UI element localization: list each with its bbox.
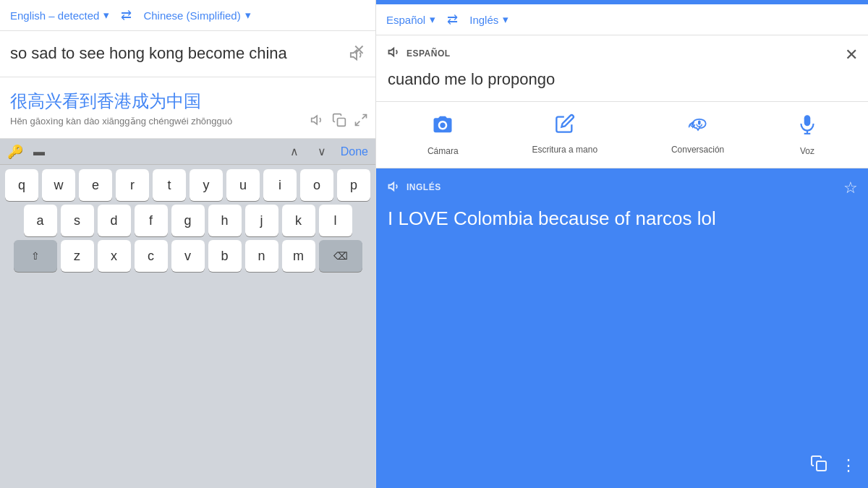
keyboard-toolbar: 🔑 ▬ ∧ ∨ Done (0, 139, 375, 165)
swap-languages-button[interactable]: ⇄ (121, 7, 132, 23)
keyboard-area: 🔑 ▬ ∧ ∨ Done q w e r t y u i o p a (0, 139, 375, 488)
key-g[interactable]: g (171, 205, 205, 236)
fullscreen-translation-button[interactable] (354, 113, 368, 131)
key-b[interactable]: b (208, 240, 242, 272)
source-section-label: ESPAÑOL (388, 46, 856, 61)
input-area: so sad to see hong kong become china ✕ (0, 31, 375, 77)
source-language-label: English – detected (10, 9, 99, 22)
target-lang-arrow: ▾ (245, 9, 251, 22)
done-button[interactable]: Done (341, 145, 368, 158)
key-n[interactable]: n (245, 240, 278, 272)
svg-marker-5 (389, 48, 394, 56)
key-u[interactable]: u (226, 169, 260, 201)
key-w[interactable]: w (42, 169, 75, 201)
voice-input[interactable]: Voz (798, 114, 817, 156)
key-m[interactable]: m (282, 240, 315, 272)
key-h[interactable]: h (208, 205, 242, 236)
result-lang-text: INGLÉS (407, 182, 441, 192)
svg-rect-14 (817, 461, 826, 471)
result-speaker-icon[interactable] (388, 180, 401, 195)
key-o[interactable]: o (300, 169, 333, 201)
key-shift[interactable]: ⇧ (14, 240, 57, 272)
input-text[interactable]: so sad to see hong kong become china (10, 43, 365, 65)
right-target-language-label: Inglés (469, 14, 498, 26)
right-header: Español ▾ ⇄ Inglés ▾ (376, 4, 868, 35)
key-l[interactable]: l (319, 205, 352, 236)
source-lang-arrow: ▾ (103, 9, 109, 22)
conversation-label: Conversación (671, 145, 724, 155)
right-source-language-button[interactable]: Español ▾ (386, 13, 435, 26)
conversation-input[interactable]: Conversación (671, 114, 724, 155)
speaker-translation-button[interactable] (310, 113, 325, 131)
handwriting-input[interactable]: Escritura a mano (532, 114, 597, 155)
source-lang-text: ESPAÑOL (407, 48, 451, 59)
right-source-language-label: Español (386, 14, 425, 26)
result-lang-label: INGLÉS (388, 180, 856, 195)
key-backspace[interactable]: ⌫ (319, 240, 362, 272)
translation-area: 很高兴看到香港成为中国 Hěn gāoxìng kàn dào xiānggǎn… (0, 77, 375, 140)
card-icon: ▬ (33, 145, 45, 158)
keyboard-row-2: a s d f g h j k l (3, 205, 373, 236)
key-a[interactable]: a (24, 205, 57, 236)
source-language-button[interactable]: English – detected ▾ (10, 9, 109, 22)
key-x[interactable]: x (98, 240, 131, 272)
left-panel: English – detected ▾ ⇄ Chinese (Simplifi… (0, 0, 376, 488)
svg-marker-0 (351, 50, 357, 59)
key-f[interactable]: f (135, 205, 168, 236)
voice-label: Voz (800, 146, 814, 156)
key-s[interactable]: s (61, 205, 94, 236)
conversation-icon (686, 114, 710, 139)
right-target-language-button[interactable]: Inglés ▾ (469, 13, 509, 26)
key-t[interactable]: t (153, 169, 186, 201)
right-result-section: INGLÉS I LOVE Colombia because of narcos… (376, 168, 868, 488)
keyboard-row-1: q w e r t y u i o p (3, 169, 373, 201)
keyboard-rows: q w e r t y u i o p a s d f g h j k (0, 165, 375, 275)
speaker-input-button[interactable] (349, 47, 365, 67)
key-r[interactable]: r (116, 169, 149, 201)
close-source-button[interactable]: ✕ (845, 46, 858, 64)
camera-label: Cámara (427, 146, 459, 156)
translation-actions (310, 113, 368, 131)
star-button[interactable]: ☆ (843, 179, 858, 197)
key-q[interactable]: q (5, 169, 38, 201)
key-p[interactable]: p (337, 169, 370, 201)
keyboard-row-3: ⇧ z x c v b n m ⌫ (3, 240, 373, 272)
key-icon: 🔑 (7, 144, 23, 160)
nav-up-button[interactable]: ∧ (286, 143, 303, 160)
key-j[interactable]: j (245, 205, 278, 236)
pen-icon (555, 114, 575, 139)
key-c[interactable]: c (135, 240, 168, 272)
swap-icon: ⇄ (121, 8, 132, 22)
copy-result-button[interactable] (810, 455, 827, 476)
key-e[interactable]: e (79, 169, 112, 201)
result-actions: ⋮ (388, 455, 856, 476)
key-d[interactable]: d (98, 205, 131, 236)
key-i[interactable]: i (263, 169, 297, 201)
key-k[interactable]: k (282, 205, 315, 236)
input-methods: Cámara Escritura a mano (376, 102, 868, 168)
camera-icon (432, 114, 454, 140)
right-target-lang-arrow: ▾ (503, 13, 509, 26)
right-source-lang-arrow: ▾ (430, 13, 435, 26)
svg-rect-2 (338, 119, 346, 127)
right-swap-languages-button[interactable]: ⇄ (447, 12, 458, 27)
mic-icon (798, 114, 817, 140)
copy-translation-button[interactable] (332, 113, 346, 131)
source-translated-text: cuando me lo propongo (388, 69, 856, 91)
key-y[interactable]: y (190, 169, 223, 201)
camera-input[interactable]: Cámara (427, 114, 459, 156)
right-panel: Español ▾ ⇄ Inglés ▾ ESPAÑOL cuando me l… (376, 0, 868, 488)
target-language-button[interactable]: Chinese (Simplified) ▾ (143, 9, 250, 22)
nav-down-button[interactable]: ∨ (313, 143, 331, 160)
svg-rect-8 (692, 121, 694, 125)
left-header: English – detected ▾ ⇄ Chinese (Simplifi… (0, 0, 375, 31)
source-speaker-icon[interactable] (388, 46, 401, 61)
right-source-section: ESPAÑOL cuando me lo propongo ✕ (376, 35, 868, 102)
svg-rect-10 (804, 115, 811, 126)
key-z[interactable]: z (61, 240, 94, 272)
more-options-button[interactable]: ⋮ (841, 456, 856, 475)
handwriting-label: Escritura a mano (532, 145, 597, 155)
svg-marker-13 (389, 183, 394, 191)
translated-text: 很高兴看到香港成为中国 (10, 89, 365, 114)
key-v[interactable]: v (171, 240, 205, 272)
